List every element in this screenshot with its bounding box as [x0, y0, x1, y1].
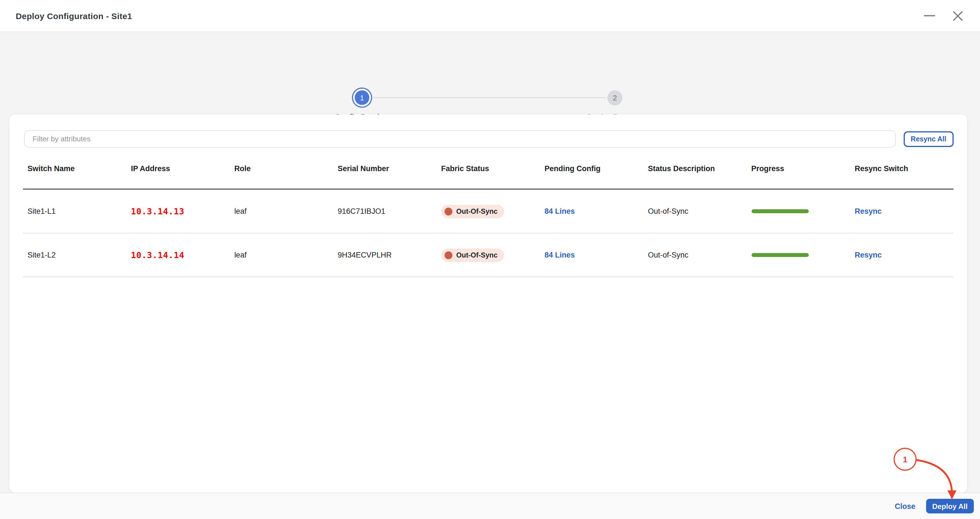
- config-preview-card: Resync All Switch NameIP AddressRoleSeri…: [10, 114, 967, 493]
- cell-progress: [747, 209, 850, 213]
- column-header: Progress: [747, 164, 850, 173]
- cell-progress: [747, 253, 850, 257]
- pending-config-link[interactable]: 84 Lines: [544, 207, 575, 216]
- progress-bar: [751, 209, 808, 213]
- cell-serial-number: 9H34ECVPLHR: [333, 251, 436, 259]
- deploy-all-button[interactable]: Deploy All: [926, 499, 974, 513]
- cell-role: leaf: [230, 207, 333, 216]
- cell-serial-number: 916C71IBJO1: [333, 207, 436, 216]
- table-body: Site1-L1 10.3.14.13 leaf 916C71IBJO1 Out…: [23, 190, 954, 277]
- table-header-row: Switch NameIP AddressRoleSerial NumberFa…: [23, 164, 954, 190]
- stepper-connector: [373, 97, 606, 98]
- table-row: Site1-L1 10.3.14.13 leaf 916C71IBJO1 Out…: [23, 190, 954, 233]
- cell-status-description: Out-of-Sync: [644, 251, 747, 259]
- close-button[interactable]: Close: [895, 502, 915, 510]
- cell-resync: Resync: [850, 207, 954, 216]
- column-header: Serial Number: [333, 164, 436, 173]
- cell-fabric-status: Out-Of-Sync: [437, 248, 540, 262]
- step-1-number: 1: [355, 90, 369, 105]
- minimize-button[interactable]: [923, 9, 936, 22]
- filter-input[interactable]: [24, 130, 896, 148]
- window-header: Deploy Configuration - Site1: [0, 0, 980, 32]
- column-header: Resync Switch: [850, 164, 954, 173]
- close-icon: [951, 10, 963, 22]
- table-toolbar: Resync All: [10, 114, 967, 148]
- window-title: Deploy Configuration - Site1: [16, 11, 132, 21]
- column-header: Status Description: [644, 164, 747, 173]
- annotation-step-badge: 1: [894, 448, 916, 471]
- pending-config-link[interactable]: 84 Lines: [544, 251, 575, 259]
- close-window-button[interactable]: [951, 9, 964, 22]
- minimize-icon: [923, 10, 935, 22]
- column-header: Role: [230, 164, 333, 173]
- cell-pending-config: 84 Lines: [540, 207, 643, 216]
- progress-bar: [751, 253, 808, 257]
- deploy-configuration-modal: Deploy Configuration - Site1 1 2 Config …: [0, 0, 980, 519]
- out-of-sync-dot-icon: [444, 251, 452, 259]
- modal-footer: Close Deploy All: [0, 493, 980, 519]
- cell-ip-address: 10.3.14.14: [126, 250, 229, 260]
- step-1-circle: 1: [352, 87, 372, 108]
- cell-switch-name: Site1-L2: [23, 251, 126, 259]
- out-of-sync-dot-icon: [444, 207, 452, 215]
- fabric-status-badge: Out-Of-Sync: [441, 205, 504, 218]
- table-row: Site1-L2 10.3.14.14 leaf 9H34ECVPLHR Out…: [23, 233, 954, 277]
- cell-pending-config: 84 Lines: [540, 251, 643, 259]
- column-header: IP Address: [126, 164, 229, 173]
- cell-ip-address: 10.3.14.13: [126, 206, 229, 216]
- column-header: Switch Name: [23, 164, 126, 173]
- cell-status-description: Out-of-Sync: [644, 207, 747, 216]
- resync-link[interactable]: Resync: [855, 207, 882, 216]
- step-2-circle: 2: [607, 90, 622, 105]
- cell-role: leaf: [230, 251, 333, 259]
- column-header: Fabric Status: [437, 164, 540, 173]
- window-controls: [923, 9, 964, 22]
- cell-resync: Resync: [850, 251, 954, 259]
- wizard-stepper: 1 2 Config Preview Deploy Progress: [0, 32, 980, 116]
- column-header: Pending Config: [540, 164, 643, 173]
- fabric-status-badge: Out-Of-Sync: [441, 248, 504, 262]
- resync-all-button[interactable]: Resync All: [904, 131, 954, 147]
- cell-fabric-status: Out-Of-Sync: [437, 205, 540, 218]
- resync-link[interactable]: Resync: [855, 251, 882, 259]
- cell-switch-name: Site1-L1: [23, 207, 126, 216]
- switches-table: Switch NameIP AddressRoleSerial NumberFa…: [23, 164, 954, 277]
